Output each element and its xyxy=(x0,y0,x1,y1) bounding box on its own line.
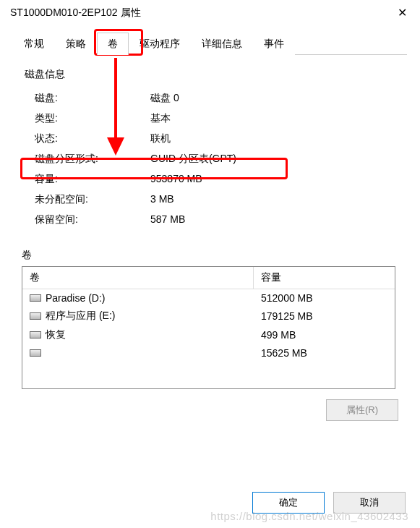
column-header-capacity[interactable]: 容量 xyxy=(254,267,395,289)
close-icon[interactable]: ✕ xyxy=(393,6,411,20)
info-row-status: 状态: 联机 xyxy=(25,129,395,149)
info-label: 保留空间: xyxy=(35,213,150,226)
info-value: 磁盘 0 xyxy=(150,92,395,105)
volumes-header: 卷 xyxy=(22,249,395,262)
volume-name: 程序与应用 (E:) xyxy=(46,310,115,323)
volume-name: 恢复 xyxy=(46,328,66,341)
tab-details[interactable]: 详细信息 xyxy=(191,33,253,55)
info-value: 联机 xyxy=(150,132,395,145)
tab-general[interactable]: 常规 xyxy=(13,33,55,55)
volumes-header-row: 卷 容量 xyxy=(22,267,395,289)
properties-button: 属性(R) xyxy=(326,399,398,421)
info-value: 587 MB xyxy=(150,213,395,226)
volumes-listbox: 卷 容量 Paradise (D:) 512000 MB 程序与应用 (E:) … xyxy=(22,266,395,389)
list-item[interactable]: Paradise (D:) 512000 MB xyxy=(22,289,395,307)
info-label: 磁盘: xyxy=(35,92,150,105)
drive-icon xyxy=(30,331,41,338)
info-row-disk: 磁盘: 磁盘 0 xyxy=(25,88,395,108)
tab-strip: 常规 策略 卷 驱动程序 详细信息 事件 xyxy=(13,32,407,55)
info-row-capacity: 容量: 953870 MB xyxy=(25,169,395,190)
info-row-type: 类型: 基本 xyxy=(25,108,395,129)
info-label: 类型: xyxy=(35,112,150,125)
volume-capacity: 179125 MB xyxy=(254,307,395,325)
info-label: 状态: xyxy=(35,132,150,145)
disk-info-header: 磁盘信息 xyxy=(25,68,395,81)
info-value: 3 MB xyxy=(150,193,395,206)
info-label: 容量: xyxy=(35,173,150,186)
drive-icon xyxy=(30,349,41,357)
list-item[interactable]: 程序与应用 (E:) 179125 MB xyxy=(22,307,395,325)
info-label: 磁盘分区形式: xyxy=(35,153,150,166)
tab-policies[interactable]: 策略 xyxy=(55,33,97,55)
info-row-unallocated: 未分配空间: 3 MB xyxy=(25,190,395,210)
cancel-button[interactable]: 取消 xyxy=(333,492,406,514)
info-row-reserved: 保留空间: 587 MB xyxy=(25,210,395,230)
list-item[interactable]: 15625 MB xyxy=(22,344,395,362)
tab-events[interactable]: 事件 xyxy=(253,33,295,55)
window-title: ST1000DM010-2EP102 属性 xyxy=(10,7,141,20)
info-row-partition-style: 磁盘分区形式: GUID 分区表(GPT) xyxy=(25,149,395,169)
volumes-list[interactable]: Paradise (D:) 512000 MB 程序与应用 (E:) 17912… xyxy=(22,289,395,388)
drive-icon xyxy=(30,312,41,320)
volume-capacity: 512000 MB xyxy=(254,289,395,307)
info-value: GUID 分区表(GPT) xyxy=(150,153,395,166)
info-value: 953870 MB xyxy=(150,173,395,186)
tab-volumes[interactable]: 卷 xyxy=(97,33,129,55)
ok-button[interactable]: 确定 xyxy=(252,492,325,514)
volume-capacity: 15625 MB xyxy=(254,344,395,362)
info-label: 未分配空间: xyxy=(35,193,150,206)
volume-name: Paradise (D:) xyxy=(46,292,105,304)
list-item[interactable]: 恢复 499 MB xyxy=(22,325,395,344)
tab-driver[interactable]: 驱动程序 xyxy=(129,33,191,55)
volume-capacity: 499 MB xyxy=(254,326,395,344)
info-value: 基本 xyxy=(150,112,395,125)
drive-icon xyxy=(30,294,41,302)
column-header-volume[interactable]: 卷 xyxy=(22,267,254,289)
